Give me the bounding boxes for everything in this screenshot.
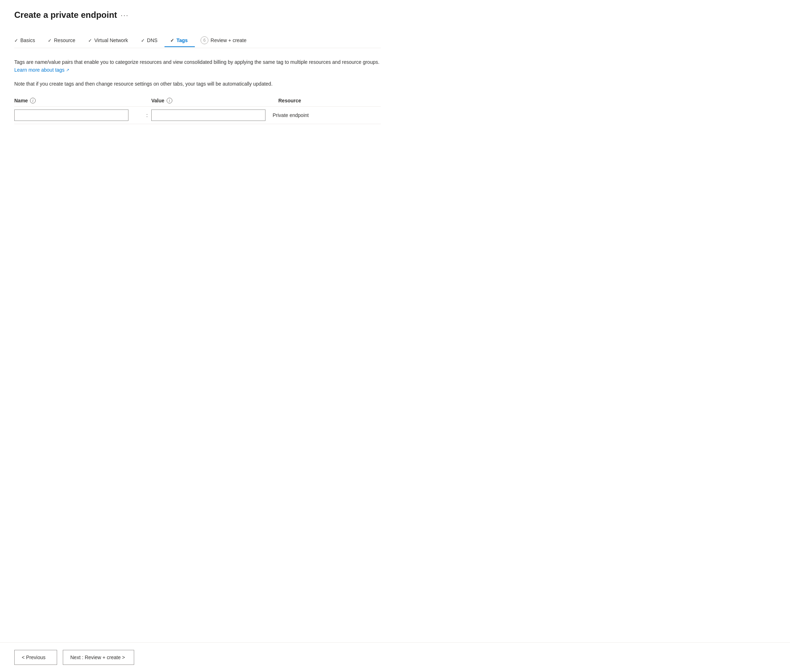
learn-more-text: Learn more about tags bbox=[14, 66, 64, 74]
learn-more-link[interactable]: Learn more about tags ↗ bbox=[14, 66, 69, 74]
value-input[interactable] bbox=[151, 109, 266, 121]
tab-basics-label: Basics bbox=[20, 37, 35, 43]
external-link-icon: ↗ bbox=[66, 67, 69, 74]
tab-review-create-label: Review + create bbox=[210, 37, 247, 43]
colon-separator: : bbox=[143, 112, 151, 118]
tab-resource-label: Resource bbox=[54, 37, 75, 43]
tab-virtual-network[interactable]: ✓ Virtual Network bbox=[82, 34, 135, 47]
tab-virtual-network-label: Virtual Network bbox=[94, 37, 128, 43]
col-resource-header: Resource bbox=[271, 98, 381, 104]
name-input[interactable] bbox=[14, 109, 128, 121]
tab-tags[interactable]: ✓ Tags bbox=[165, 34, 195, 47]
tab-resource[interactable]: ✓ Resource bbox=[42, 34, 82, 47]
tags-table-header: Name i Value i Resource bbox=[14, 98, 381, 107]
review-create-number: 6 bbox=[200, 37, 208, 44]
virtual-network-check-icon: ✓ bbox=[88, 38, 92, 43]
basics-check-icon: ✓ bbox=[14, 38, 18, 43]
tags-table: Name i Value i Resource : Private endpoi… bbox=[14, 98, 381, 124]
table-row: : Private endpoint bbox=[14, 107, 381, 124]
tab-navigation: ✓ Basics ✓ Resource ✓ Virtual Network ✓ … bbox=[14, 33, 381, 48]
note-text: Note that if you create tags and then ch… bbox=[14, 80, 381, 88]
tab-basics[interactable]: ✓ Basics bbox=[14, 34, 42, 47]
name-cell bbox=[14, 109, 143, 121]
page-title-row: Create a private endpoint ··· bbox=[14, 10, 381, 20]
dns-check-icon: ✓ bbox=[141, 38, 145, 43]
tab-dns[interactable]: ✓ DNS bbox=[135, 34, 165, 47]
value-info-icon[interactable]: i bbox=[167, 98, 172, 104]
tab-dns-label: DNS bbox=[147, 37, 158, 43]
page-title: Create a private endpoint bbox=[14, 10, 117, 20]
tags-check-icon: ✓ bbox=[170, 38, 174, 43]
tab-review-create[interactable]: 6 Review + create bbox=[195, 33, 254, 48]
col-value-header: Value i bbox=[143, 98, 271, 104]
tab-tags-label: Tags bbox=[176, 37, 188, 43]
description-main: Tags are name/value pairs that enable yo… bbox=[14, 58, 381, 74]
col-name-header: Name i bbox=[14, 98, 143, 104]
name-info-icon[interactable]: i bbox=[30, 98, 36, 104]
more-options-icon[interactable]: ··· bbox=[120, 11, 129, 19]
resource-cell: Private endpoint bbox=[266, 112, 309, 118]
resource-check-icon: ✓ bbox=[48, 38, 52, 43]
